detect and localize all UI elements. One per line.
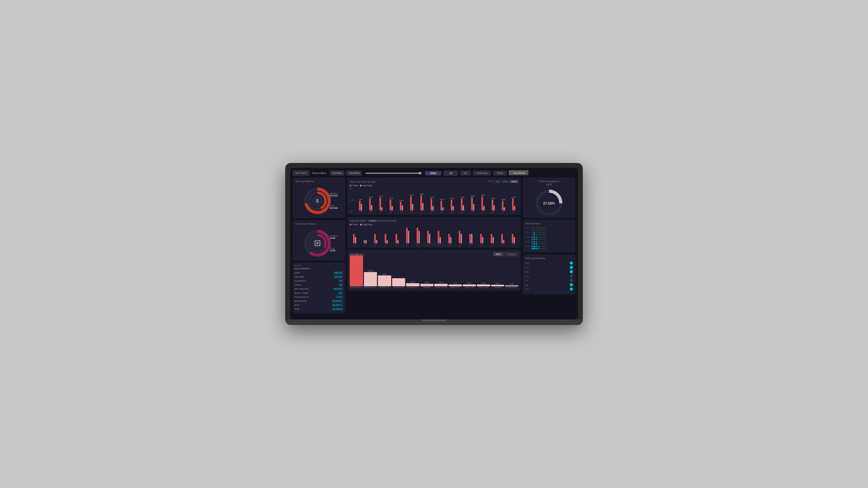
hour-dot xyxy=(545,243,546,245)
kpi-gauge-chart: 27.53% xyxy=(533,188,564,215)
svg-text:Tmall: Tmall xyxy=(330,247,335,249)
sku-bar-group: ¥1.4K ORIGIN XT WS xyxy=(477,282,490,289)
gauge-container: 27.53% xyxy=(525,188,573,215)
sku-bar xyxy=(392,278,405,286)
weekday-label: Sat xyxy=(525,284,533,286)
hour-dots xyxy=(531,248,573,250)
orders-bar-wrapper xyxy=(374,234,377,243)
bar-group: ¥2.1K 7/14/22 xyxy=(447,197,457,213)
orders-tmall-bar xyxy=(512,234,514,243)
orders-tmall-bar xyxy=(416,228,418,243)
orders-tmall-bar xyxy=(406,228,408,243)
orders-bar-group: 7/15/22 xyxy=(455,231,465,246)
sku-name: ORIGIN XT WS xyxy=(478,287,488,289)
ki-gmv-label: GMV xyxy=(294,271,300,274)
bar-top-label: ¥7.1K xyxy=(379,195,383,197)
tmall-bar xyxy=(359,201,361,211)
sku-name: ORIGIN XT MS xyxy=(464,287,474,289)
tmall-label: Tmall xyxy=(352,184,358,187)
sku-name: INFERNO XLITE 3... xyxy=(350,287,363,289)
ki-itemreturn-label: Item Return% xyxy=(294,288,309,290)
interval-month-btn[interactable]: Month xyxy=(510,180,518,183)
hour-dot xyxy=(538,243,539,245)
hour-dot xyxy=(540,248,541,250)
interval-day-btn[interactable]: Day xyxy=(494,180,501,183)
bar-top-label: ¥4.3K xyxy=(390,197,393,199)
legend-jingdong: Jing Dong xyxy=(360,184,372,187)
hour-label: 15:00 xyxy=(525,241,531,242)
orders-label: Orders xyxy=(369,219,376,222)
orders-jd-label: Jing Dong xyxy=(362,223,372,226)
orders-bar-wrapper xyxy=(438,231,441,243)
category-button[interactable]: Category xyxy=(504,252,518,256)
tmall-bar xyxy=(471,197,473,210)
start-date-pill[interactable]: 1/1/2016 xyxy=(330,171,344,175)
bar-top-label: ¥6.2K xyxy=(420,193,424,195)
sku-name: DREAM MS xyxy=(494,287,501,289)
sku-bar xyxy=(491,285,504,286)
legend-tmall: Tmall xyxy=(350,184,358,187)
bar-wrapper xyxy=(379,197,382,210)
orders-tmall-label: Tmall xyxy=(352,223,358,226)
ki-orders-value: 48 xyxy=(338,283,343,287)
yesterday-button[interactable]: Yesterday xyxy=(473,171,491,175)
orders-bar-group: 7/3/22 xyxy=(350,234,360,246)
sku-button[interactable]: SKU xyxy=(493,252,503,256)
bar-wrapper xyxy=(482,196,485,211)
hour-dot xyxy=(542,248,544,250)
ki-customers-value: 42 xyxy=(338,279,343,283)
sku-bar xyxy=(505,285,518,286)
y-axis-bot: ¥0K xyxy=(350,211,354,213)
ki-customers-row: Customers 42 xyxy=(294,279,343,283)
sku-bar-group: ¥1.7K DREAM WS xyxy=(421,282,434,289)
orders-bar-group: 7/20/22 xyxy=(508,234,518,246)
bar-top-label: ¥4.4K xyxy=(369,196,373,198)
orders-tmall-bar xyxy=(448,234,450,243)
hour-dot xyxy=(536,227,537,229)
hour-dot xyxy=(542,227,544,229)
tmall-bar xyxy=(431,199,432,211)
weekday-dot xyxy=(570,288,573,291)
orders-bar-group: 7/17/22 xyxy=(477,234,487,246)
bar-wrapper xyxy=(431,199,434,211)
hour-dot xyxy=(538,236,539,238)
interval-week-btn[interactable]: Week xyxy=(502,180,509,183)
this-month-button[interactable]: This Month xyxy=(509,170,529,176)
bar-top-label: ¥3.8K xyxy=(501,199,505,200)
hour-dot xyxy=(533,243,535,245)
orders-bar-group: 7/13/22 xyxy=(434,231,444,246)
sku-bar-group: ¥0.7K TECNICA WATER... xyxy=(505,283,518,289)
hour-dot xyxy=(536,229,537,231)
set-filters-button[interactable]: Set Filters xyxy=(292,170,309,176)
orders-jd-dot xyxy=(360,224,362,226)
ki-items-ticket-row: Items / Ticket 1.0 xyxy=(294,291,343,295)
orders-tmall-bar xyxy=(501,234,503,243)
bar-group: ¥4.3K 7/8/22 xyxy=(386,197,396,213)
sku-bar xyxy=(364,272,377,286)
q3-button[interactable]: Q3 xyxy=(460,171,471,175)
bar-wrapper xyxy=(359,201,362,211)
laptop-screen: genetsis Set Filters Time Filters 1/1/20… xyxy=(290,168,578,320)
weekday-dot xyxy=(570,279,573,282)
hour-dot xyxy=(538,234,539,235)
today-button[interactable]: Today xyxy=(493,171,506,175)
hour-dot xyxy=(545,234,546,235)
orders-bar-group: 7/4/22 xyxy=(360,240,370,246)
laptop-container: genetsis Set Filters Time Filters 1/1/20… xyxy=(285,163,583,325)
ki-orders-label: Orders xyxy=(294,284,302,286)
end-date-pill[interactable]: 7/21/2022 xyxy=(347,171,362,175)
tmall-bar xyxy=(421,195,422,210)
hour-dot xyxy=(538,227,539,229)
hour-dot xyxy=(542,229,544,231)
sku-bar-group: ¥10.4K INFERNO XLITE 3... xyxy=(364,270,377,289)
hour-dot xyxy=(540,234,541,235)
tmall-bar xyxy=(440,201,442,211)
orders-bar-group: 7/12/22 xyxy=(424,231,434,246)
hour-dot xyxy=(536,236,537,238)
interval-buttons: Interval Day Week Month xyxy=(487,180,518,183)
hour-dot xyxy=(545,227,546,229)
hour-dot xyxy=(540,243,541,245)
orders-tmall-bar xyxy=(353,234,354,243)
hour-row xyxy=(525,229,573,231)
date-slider[interactable] xyxy=(366,172,421,174)
